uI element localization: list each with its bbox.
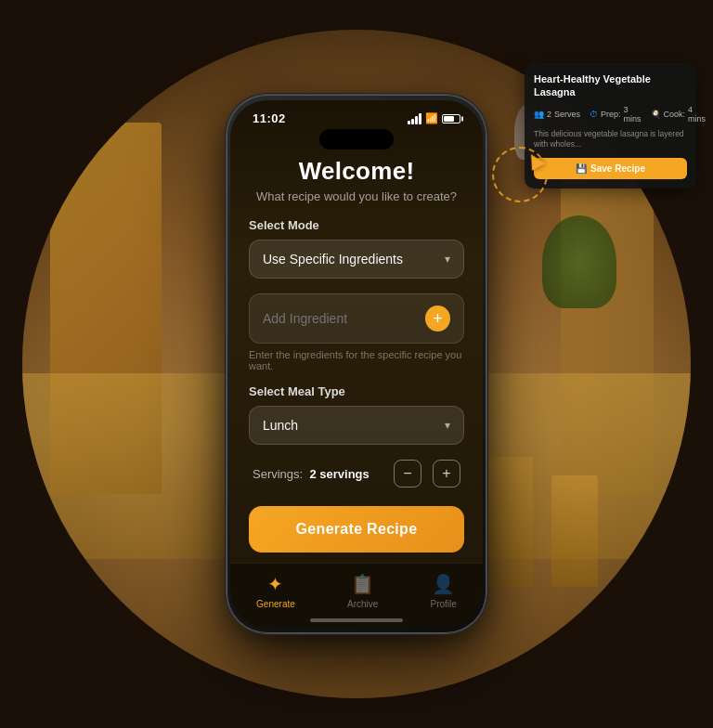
home-indicator (310, 618, 403, 622)
nav-item-profile[interactable]: 👤 Profile (431, 573, 457, 609)
app-content: Welcome! What recipe would you like to c… (230, 157, 483, 552)
servings-value: 2 servings (309, 467, 369, 481)
phone-screen: 11:02 📶 Welcome! What recipe would you l… (230, 100, 483, 628)
nav-item-archive[interactable]: 📋 Archive (347, 573, 378, 609)
select-mode-label: Select Mode (249, 218, 464, 232)
save-recipe-button[interactable]: 💾 Save Recipe (534, 158, 687, 179)
welcome-title: Welcome! (249, 157, 464, 186)
ingredient-hint: Enter the ingredients for the specific r… (249, 349, 464, 371)
status-icons: 📶 (408, 112, 460, 124)
meal-type-dropdown[interactable]: Lunch ▾ (249, 406, 464, 445)
phone-frame: 11:02 📶 Welcome! What recipe would you l… (227, 95, 486, 633)
increment-servings-button[interactable]: + (433, 460, 460, 488)
meal-type-label: Select Meal Type (249, 384, 464, 398)
tooltip-meta: 👥 2 Serves ⏱ Prep: 3 mins 🍳 Cook: 4 mins (534, 105, 687, 124)
archive-icon: 📋 (351, 573, 374, 595)
recipe-tooltip-card: Heart-Healthy Vegetable Lasagna 👥 2 Serv… (525, 63, 696, 188)
tooltip-serves: 👥 2 Serves (534, 105, 580, 124)
cook-icon: 🍳 (651, 110, 661, 119)
dynamic-island (319, 129, 394, 150)
serves-icon: 👥 (534, 110, 544, 119)
profile-icon: 👤 (432, 573, 455, 595)
mode-dropdown-value: Use Specific Ingredients (263, 252, 403, 266)
nav-label-profile: Profile (431, 599, 457, 609)
decrement-servings-button[interactable]: − (394, 460, 421, 488)
welcome-subtitle: What recipe would you like to create? (249, 189, 464, 203)
tooltip-prep: ⏱ Prep: 3 mins (590, 105, 642, 124)
add-ingredient-button[interactable]: + (425, 306, 450, 332)
ingredient-input-container: + (249, 293, 464, 344)
servings-label: Servings: 2 servings (253, 467, 369, 481)
save-icon: 💾 (576, 163, 587, 174)
tooltip-cook: 🍳 Cook: 4 mins (651, 105, 707, 124)
bar-stool-1 (551, 475, 598, 587)
wifi-icon: 📶 (425, 112, 438, 124)
chevron-down-icon: ▾ (445, 253, 450, 266)
generate-recipe-button[interactable]: Generate Recipe (249, 506, 464, 552)
plant-decoration (542, 215, 616, 308)
meal-type-value: Lunch (263, 418, 298, 433)
generate-icon: ✦ (267, 573, 283, 595)
status-bar: 11:02 📶 (230, 100, 483, 129)
ingredient-input[interactable] (263, 311, 425, 326)
nav-label-generate: Generate (256, 599, 295, 609)
battery-icon (442, 114, 460, 124)
tooltip-recipe-title: Heart-Healthy Vegetable Lasagna (534, 72, 687, 99)
nav-label-archive: Archive (347, 599, 378, 609)
tooltip-description: This delicious vegetable lasagna is laye… (534, 129, 687, 151)
signal-icon (408, 113, 421, 124)
mode-dropdown[interactable]: Use Specific Ingredients ▾ (249, 240, 464, 279)
servings-controls: − + (394, 460, 460, 488)
bar-stool-2 (486, 457, 533, 587)
status-time: 11:02 (253, 111, 286, 125)
chevron-down-icon: ▾ (445, 419, 450, 432)
servings-row: Servings: 2 servings − + (249, 460, 464, 488)
nav-item-generate[interactable]: ✦ Generate (256, 573, 295, 609)
prep-icon: ⏱ (590, 110, 598, 119)
